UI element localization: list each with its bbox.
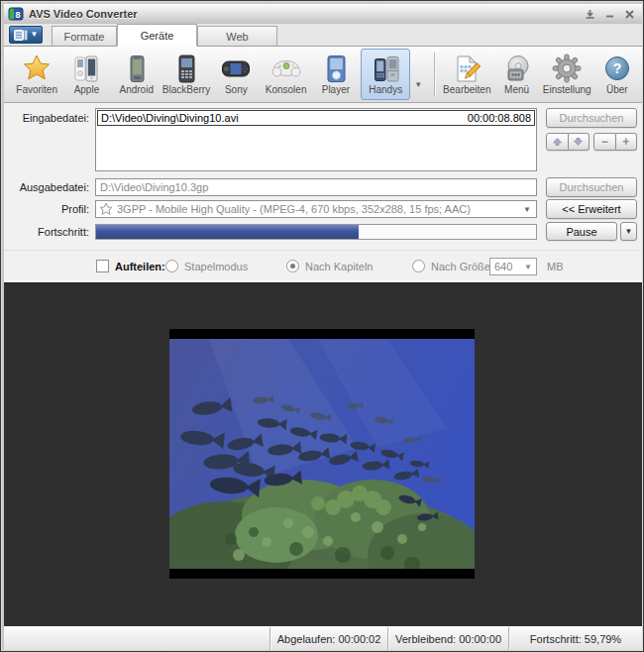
remove-file-button[interactable]: − <box>593 133 616 151</box>
input-file-duration: 00:00:08.808 <box>468 112 531 124</box>
tab-label: Web <box>226 31 248 43</box>
toolbar-item-label: Sony <box>225 84 248 95</box>
output-file-field[interactable]: D:\Video\Diving10.3gp <box>95 178 537 196</box>
gear-icon <box>552 52 582 84</box>
toolbar-item-einstellung[interactable]: Einstellung <box>542 49 592 100</box>
tab-label: Geräte <box>141 30 174 42</box>
toolbar-item-label: Handys <box>369 84 402 95</box>
menu-dropdown-arrow-icon: ▼ <box>31 31 39 39</box>
toolbar-item-favoriten[interactable]: Favoriten <box>12 49 61 100</box>
toolbar-item-konsolen[interactable]: Konsolen <box>261 49 310 100</box>
edit-document-icon <box>452 52 482 84</box>
toolbar-item-label: BlackBerry <box>162 84 210 95</box>
window-title: AVS Video Converter <box>29 8 579 20</box>
toolbar-item-menue[interactable]: Menü <box>491 49 541 100</box>
star-icon <box>22 52 52 84</box>
title-bar: 8 AVS Video Converter <box>4 4 642 24</box>
tab-geraete[interactable]: Geräte <box>117 24 197 47</box>
gamepad-icon <box>271 52 301 84</box>
toolbar-item-android[interactable]: Android <box>112 49 161 100</box>
tab-bar: ▼ Formate Geräte Web <box>4 24 642 47</box>
minimize-button[interactable] <box>600 7 618 22</box>
toolbar-item-player[interactable]: Player <box>311 49 361 100</box>
minimize-icon <box>604 9 615 20</box>
video-frame <box>169 329 475 579</box>
toolbar-item-ueber[interactable]: ? Über <box>592 49 642 100</box>
browse-output-button[interactable]: Durchsuchen <box>546 177 637 197</box>
close-icon <box>624 9 635 20</box>
profile-dropdown-arrow-icon: ▼ <box>523 205 531 214</box>
move-up-button[interactable] <box>546 133 569 151</box>
output-file-label: Ausgabedatei: <box>4 181 89 193</box>
browse-input-button[interactable]: Durchsuchen <box>546 108 637 128</box>
toolbar-item-label: Menü <box>504 84 529 95</box>
tab-web[interactable]: Web <box>197 26 277 47</box>
size-unit-label: MB <box>547 261 564 272</box>
toolbar-item-label: Player <box>322 84 350 95</box>
psp-icon <box>221 52 251 84</box>
main-menu-button[interactable]: ▼ <box>9 26 43 44</box>
media-player-icon <box>321 52 351 84</box>
input-file-label: Eingabedatei: <box>4 112 89 124</box>
profile-star-icon <box>99 202 113 216</box>
progress-bar <box>95 224 537 240</box>
toolbar-item-bearbeiten[interactable]: Bearbeiten <box>442 49 491 100</box>
toolbar-separator <box>434 53 436 96</box>
underwater-video-still <box>169 329 475 579</box>
add-file-button[interactable]: + <box>616 133 638 151</box>
radio-nach-groesse-label: Nach Größe <box>431 261 490 272</box>
size-combobox[interactable]: 640 ▼ <box>489 258 537 275</box>
toolbar-item-apple[interactable]: Apple <box>61 49 111 100</box>
about-question-icon: ? <box>602 52 632 84</box>
input-file-path: D:\Video\Diving\Diving10.avi <box>101 112 239 124</box>
input-file-list[interactable]: D:\Video\Diving\Diving10.avi 00:00:08.80… <box>95 108 537 171</box>
app-icon: 8 <box>8 6 24 22</box>
pause-dropdown-button[interactable]: ▼ <box>620 222 637 241</box>
toolbar-item-blackberry[interactable]: BlackBerry <box>161 49 211 100</box>
device-toolbar: Favoriten Apple <box>4 47 642 103</box>
down-arrow-icon <box>574 138 583 146</box>
toolbar-item-label: Android <box>119 84 153 95</box>
profile-combobox[interactable]: 3GPP - Mobile High Quality - (MPEG-4, 67… <box>95 200 537 218</box>
blackberry-phone-icon <box>171 52 201 84</box>
app-window: 8 AVS Video Converter ▼ <box>0 0 644 652</box>
split-checkbox-label: Aufteilen: <box>115 261 165 272</box>
radio-stapelmodus[interactable] <box>165 260 178 272</box>
size-dropdown-arrow-icon: ▼ <box>524 263 532 272</box>
advanced-button[interactable]: << Erweitert <box>546 199 637 219</box>
minimize-to-tray-button[interactable] <box>581 7 598 22</box>
split-checkbox[interactable] <box>96 260 109 272</box>
progress-fill <box>96 225 359 239</box>
toolbar-item-label: Favoriten <box>16 84 57 95</box>
radio-nach-kapiteln[interactable] <box>286 260 299 272</box>
toolbar-item-label: Bearbeiten <box>443 84 490 95</box>
radio-nach-kapiteln-label: Nach Kapiteln <box>305 261 374 272</box>
move-down-button[interactable] <box>569 133 590 151</box>
toolbar-item-label: Konsolen <box>266 84 307 95</box>
toolbar-item-label: Einstellung <box>543 84 591 95</box>
status-progress: Fortschritt: 59,79% <box>508 627 642 650</box>
status-bar: Abgelaufen: 00:00:02 Verbleibend: 00:00:… <box>4 626 642 650</box>
video-preview-area <box>4 282 642 626</box>
profile-value: 3GPP - Mobile High Quality - (MPEG-4, 67… <box>117 203 523 215</box>
toolbar-item-label: Über <box>606 84 628 95</box>
radio-stapelmodus-label: Stapelmodus <box>184 261 248 272</box>
handys-dropdown-arrow[interactable]: ▼ <box>410 60 426 89</box>
menu-list-icon <box>14 30 28 41</box>
close-button[interactable] <box>620 7 638 22</box>
status-elapsed: Abgelaufen: 00:00:02 <box>269 627 387 650</box>
split-options-row: Aufteilen: Stapelmodus Nach Kapiteln Nac… <box>4 250 642 282</box>
profile-label: Profil: <box>4 203 89 215</box>
input-file-row[interactable]: D:\Video\Diving\Diving10.avi 00:00:08.80… <box>97 110 535 126</box>
size-value: 640 <box>494 261 512 272</box>
tab-formate[interactable]: Formate <box>52 26 117 47</box>
disc-menu-icon <box>502 52 532 84</box>
pause-button[interactable]: Pause <box>546 222 617 241</box>
toolbar-item-handys[interactable]: Handys <box>361 49 410 100</box>
mobile-phones-icon <box>371 52 400 84</box>
conversion-form: Eingabedatei: D:\Video\Diving\Diving10.a… <box>4 103 642 250</box>
toolbar-item-sony[interactable]: Sony <box>211 49 261 100</box>
up-arrow-icon <box>553 138 562 146</box>
svg-text:8: 8 <box>15 10 20 20</box>
radio-nach-groesse[interactable] <box>412 260 425 272</box>
